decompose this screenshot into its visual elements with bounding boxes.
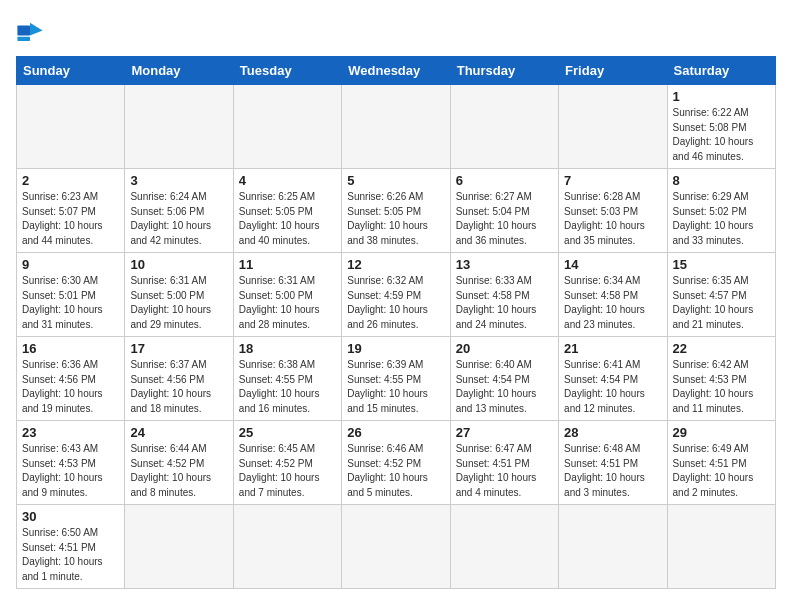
day-info: Sunrise: 6:32 AM Sunset: 4:59 PM Dayligh…: [347, 274, 444, 332]
day-number: 22: [673, 341, 770, 356]
day-info: Sunrise: 6:27 AM Sunset: 5:04 PM Dayligh…: [456, 190, 553, 248]
day-number: 11: [239, 257, 336, 272]
day-info: Sunrise: 6:42 AM Sunset: 4:53 PM Dayligh…: [673, 358, 770, 416]
day-info: Sunrise: 6:43 AM Sunset: 4:53 PM Dayligh…: [22, 442, 119, 500]
weekday-header-wednesday: Wednesday: [342, 57, 450, 85]
day-number: 17: [130, 341, 227, 356]
day-number: 27: [456, 425, 553, 440]
day-cell: 21Sunrise: 6:41 AM Sunset: 4:54 PM Dayli…: [559, 337, 667, 421]
week-row-5: 23Sunrise: 6:43 AM Sunset: 4:53 PM Dayli…: [17, 421, 776, 505]
day-info: Sunrise: 6:25 AM Sunset: 5:05 PM Dayligh…: [239, 190, 336, 248]
day-number: 1: [673, 89, 770, 104]
day-cell: [17, 85, 125, 169]
day-info: Sunrise: 6:31 AM Sunset: 5:00 PM Dayligh…: [130, 274, 227, 332]
day-info: Sunrise: 6:45 AM Sunset: 4:52 PM Dayligh…: [239, 442, 336, 500]
weekday-header-row: SundayMondayTuesdayWednesdayThursdayFrid…: [17, 57, 776, 85]
day-info: Sunrise: 6:49 AM Sunset: 4:51 PM Dayligh…: [673, 442, 770, 500]
day-number: 9: [22, 257, 119, 272]
day-info: Sunrise: 6:35 AM Sunset: 4:57 PM Dayligh…: [673, 274, 770, 332]
day-cell: 18Sunrise: 6:38 AM Sunset: 4:55 PM Dayli…: [233, 337, 341, 421]
day-cell: 10Sunrise: 6:31 AM Sunset: 5:00 PM Dayli…: [125, 253, 233, 337]
day-number: 13: [456, 257, 553, 272]
weekday-header-tuesday: Tuesday: [233, 57, 341, 85]
day-info: Sunrise: 6:40 AM Sunset: 4:54 PM Dayligh…: [456, 358, 553, 416]
day-cell: 2Sunrise: 6:23 AM Sunset: 5:07 PM Daylig…: [17, 169, 125, 253]
day-cell: [233, 85, 341, 169]
calendar: SundayMondayTuesdayWednesdayThursdayFrid…: [16, 56, 776, 589]
weekday-header-monday: Monday: [125, 57, 233, 85]
day-cell: 9Sunrise: 6:30 AM Sunset: 5:01 PM Daylig…: [17, 253, 125, 337]
logo: [16, 20, 48, 48]
day-number: 19: [347, 341, 444, 356]
day-number: 26: [347, 425, 444, 440]
day-info: Sunrise: 6:39 AM Sunset: 4:55 PM Dayligh…: [347, 358, 444, 416]
day-number: 30: [22, 509, 119, 524]
week-row-2: 2Sunrise: 6:23 AM Sunset: 5:07 PM Daylig…: [17, 169, 776, 253]
day-cell: 16Sunrise: 6:36 AM Sunset: 4:56 PM Dayli…: [17, 337, 125, 421]
day-cell: 7Sunrise: 6:28 AM Sunset: 5:03 PM Daylig…: [559, 169, 667, 253]
day-info: Sunrise: 6:31 AM Sunset: 5:00 PM Dayligh…: [239, 274, 336, 332]
day-cell: 12Sunrise: 6:32 AM Sunset: 4:59 PM Dayli…: [342, 253, 450, 337]
day-cell: [125, 85, 233, 169]
day-cell: 24Sunrise: 6:44 AM Sunset: 4:52 PM Dayli…: [125, 421, 233, 505]
week-row-6: 30Sunrise: 6:50 AM Sunset: 4:51 PM Dayli…: [17, 505, 776, 589]
day-number: 4: [239, 173, 336, 188]
day-cell: 19Sunrise: 6:39 AM Sunset: 4:55 PM Dayli…: [342, 337, 450, 421]
day-info: Sunrise: 6:48 AM Sunset: 4:51 PM Dayligh…: [564, 442, 661, 500]
svg-rect-0: [17, 26, 30, 36]
day-info: Sunrise: 6:28 AM Sunset: 5:03 PM Dayligh…: [564, 190, 661, 248]
weekday-header-thursday: Thursday: [450, 57, 558, 85]
day-info: Sunrise: 6:41 AM Sunset: 4:54 PM Dayligh…: [564, 358, 661, 416]
day-cell: 30Sunrise: 6:50 AM Sunset: 4:51 PM Dayli…: [17, 505, 125, 589]
day-cell: 3Sunrise: 6:24 AM Sunset: 5:06 PM Daylig…: [125, 169, 233, 253]
day-number: 6: [456, 173, 553, 188]
week-row-3: 9Sunrise: 6:30 AM Sunset: 5:01 PM Daylig…: [17, 253, 776, 337]
day-cell: 13Sunrise: 6:33 AM Sunset: 4:58 PM Dayli…: [450, 253, 558, 337]
weekday-header-sunday: Sunday: [17, 57, 125, 85]
header: [16, 16, 776, 48]
day-number: 7: [564, 173, 661, 188]
day-number: 20: [456, 341, 553, 356]
day-cell: 4Sunrise: 6:25 AM Sunset: 5:05 PM Daylig…: [233, 169, 341, 253]
day-cell: [233, 505, 341, 589]
day-cell: [125, 505, 233, 589]
day-number: 28: [564, 425, 661, 440]
day-number: 25: [239, 425, 336, 440]
day-number: 15: [673, 257, 770, 272]
week-row-4: 16Sunrise: 6:36 AM Sunset: 4:56 PM Dayli…: [17, 337, 776, 421]
svg-rect-2: [17, 37, 30, 41]
day-info: Sunrise: 6:50 AM Sunset: 4:51 PM Dayligh…: [22, 526, 119, 584]
day-info: Sunrise: 6:34 AM Sunset: 4:58 PM Dayligh…: [564, 274, 661, 332]
day-cell: [450, 505, 558, 589]
day-cell: 23Sunrise: 6:43 AM Sunset: 4:53 PM Dayli…: [17, 421, 125, 505]
day-cell: 27Sunrise: 6:47 AM Sunset: 4:51 PM Dayli…: [450, 421, 558, 505]
day-number: 5: [347, 173, 444, 188]
svg-marker-1: [30, 23, 43, 36]
day-cell: [667, 505, 775, 589]
day-cell: [342, 85, 450, 169]
day-cell: [342, 505, 450, 589]
day-cell: 29Sunrise: 6:49 AM Sunset: 4:51 PM Dayli…: [667, 421, 775, 505]
day-cell: 6Sunrise: 6:27 AM Sunset: 5:04 PM Daylig…: [450, 169, 558, 253]
day-number: 23: [22, 425, 119, 440]
day-cell: 17Sunrise: 6:37 AM Sunset: 4:56 PM Dayli…: [125, 337, 233, 421]
day-info: Sunrise: 6:46 AM Sunset: 4:52 PM Dayligh…: [347, 442, 444, 500]
day-number: 12: [347, 257, 444, 272]
day-number: 3: [130, 173, 227, 188]
day-cell: 5Sunrise: 6:26 AM Sunset: 5:05 PM Daylig…: [342, 169, 450, 253]
day-number: 18: [239, 341, 336, 356]
day-number: 10: [130, 257, 227, 272]
day-number: 24: [130, 425, 227, 440]
day-cell: 1Sunrise: 6:22 AM Sunset: 5:08 PM Daylig…: [667, 85, 775, 169]
day-info: Sunrise: 6:44 AM Sunset: 4:52 PM Dayligh…: [130, 442, 227, 500]
day-info: Sunrise: 6:37 AM Sunset: 4:56 PM Dayligh…: [130, 358, 227, 416]
day-cell: 25Sunrise: 6:45 AM Sunset: 4:52 PM Dayli…: [233, 421, 341, 505]
day-info: Sunrise: 6:24 AM Sunset: 5:06 PM Dayligh…: [130, 190, 227, 248]
logo-icon: [16, 20, 44, 48]
day-info: Sunrise: 6:30 AM Sunset: 5:01 PM Dayligh…: [22, 274, 119, 332]
week-row-1: 1Sunrise: 6:22 AM Sunset: 5:08 PM Daylig…: [17, 85, 776, 169]
day-cell: [559, 505, 667, 589]
day-cell: 26Sunrise: 6:46 AM Sunset: 4:52 PM Dayli…: [342, 421, 450, 505]
day-cell: 15Sunrise: 6:35 AM Sunset: 4:57 PM Dayli…: [667, 253, 775, 337]
day-number: 29: [673, 425, 770, 440]
